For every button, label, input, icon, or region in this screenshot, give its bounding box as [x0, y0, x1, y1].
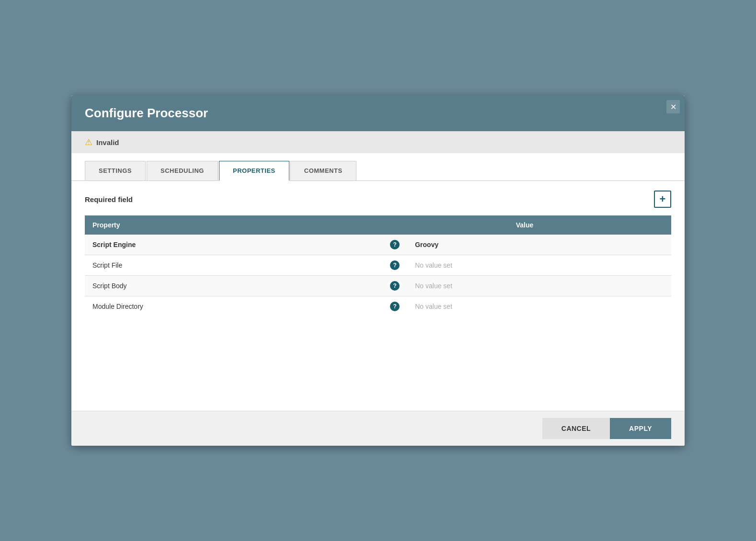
property-cell: Script Body ?: [85, 276, 407, 296]
properties-table: Property Value Script Engine ? Groo: [85, 215, 671, 316]
action-cell: [642, 255, 671, 276]
value-column-header: Value: [407, 215, 642, 235]
dialog-footer: CANCEL APPLY: [71, 411, 685, 446]
dialog-backdrop: Configure Processor ✕ ⚠ Invalid SETTINGS…: [71, 95, 685, 446]
warning-icon: ⚠: [85, 137, 92, 147]
tab-comments[interactable]: COMMENTS: [290, 161, 356, 180]
table-row: Script Engine ? Groovy: [85, 235, 671, 255]
help-icon[interactable]: ?: [390, 302, 400, 311]
action-cell: [642, 235, 671, 255]
add-property-button[interactable]: +: [654, 191, 671, 208]
value-cell[interactable]: No value set: [407, 276, 642, 296]
value-cell[interactable]: Groovy: [407, 235, 642, 255]
property-name: Script Body: [92, 282, 127, 290]
cancel-button[interactable]: CANCEL: [542, 418, 610, 439]
property-name: Script Engine: [92, 241, 136, 248]
tab-properties[interactable]: PROPERTIES: [219, 161, 289, 181]
required-field-label: Required field: [85, 195, 133, 203]
tab-settings[interactable]: SETTINGS: [85, 161, 146, 180]
property-cell: Script File ?: [85, 255, 407, 276]
dialog-header: Configure Processor ✕: [71, 95, 685, 131]
property-name: Module Directory: [92, 303, 143, 310]
tab-scheduling[interactable]: SCHEDULING: [147, 161, 218, 180]
property-cell: Module Directory ?: [85, 296, 407, 317]
tabs-container: SETTINGS SCHEDULING PROPERTIES COMMENTS: [71, 153, 685, 181]
value-cell[interactable]: No value set: [407, 296, 642, 317]
action-column-header: [642, 215, 671, 235]
status-bar: ⚠ Invalid: [71, 131, 685, 153]
table-row: Script Body ? No value set: [85, 276, 671, 296]
property-name: Script File: [92, 261, 122, 269]
table-row: Script File ? No value set: [85, 255, 671, 276]
apply-button[interactable]: APPLY: [610, 418, 671, 439]
help-icon[interactable]: ?: [390, 260, 400, 270]
property-cell: Script Engine ?: [85, 235, 407, 255]
table-row: Module Directory ? No value set: [85, 296, 671, 317]
help-icon[interactable]: ?: [390, 240, 400, 249]
tabs: SETTINGS SCHEDULING PROPERTIES COMMENTS: [85, 161, 671, 180]
action-cell: [642, 276, 671, 296]
close-button[interactable]: ✕: [666, 100, 680, 113]
required-field-row: Required field +: [85, 191, 671, 208]
table-header-row: Property Value: [85, 215, 671, 235]
content-area: Required field + Property Value Scri: [71, 181, 685, 411]
dialog-title: Configure Processor: [85, 106, 671, 121]
value-cell[interactable]: No value set: [407, 255, 642, 276]
help-icon[interactable]: ?: [390, 281, 400, 291]
status-text: Invalid: [96, 138, 119, 147]
action-cell: [642, 296, 671, 317]
configure-processor-dialog: Configure Processor ✕ ⚠ Invalid SETTINGS…: [71, 95, 685, 446]
property-column-header: Property: [85, 215, 407, 235]
